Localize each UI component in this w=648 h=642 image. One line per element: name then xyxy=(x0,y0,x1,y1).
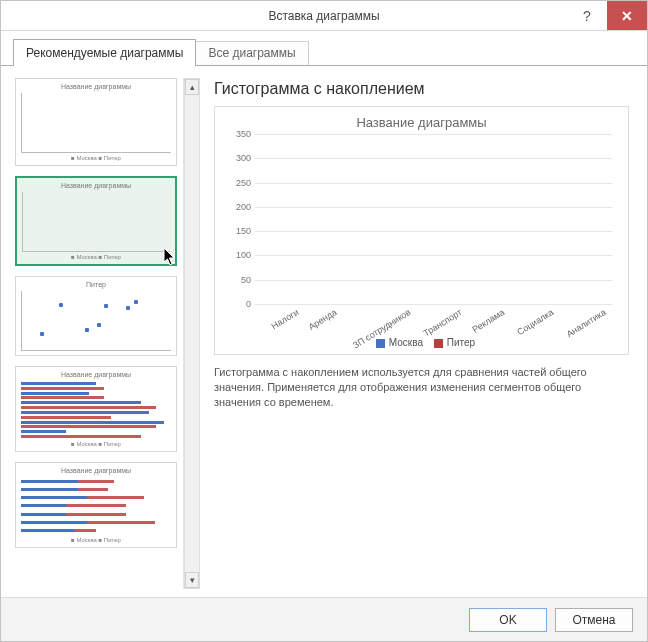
scroll-down-icon[interactable]: ▾ xyxy=(185,572,199,588)
close-icon[interactable]: ✕ xyxy=(607,1,647,30)
dialog-footer: OK Отмена xyxy=(1,597,647,641)
window-controls: ? ✕ xyxy=(567,1,647,30)
thumb-legend: ■ Москва ■ Питер xyxy=(21,441,171,447)
thumbnail-scrollbar[interactable]: ▴ ▾ xyxy=(184,78,200,589)
chart-preview[interactable]: Название диаграммы 050100150200250300350… xyxy=(214,106,629,355)
chart-type-heading: Гистограмма с накоплением xyxy=(214,80,629,98)
titlebar: Вставка диаграммы ? ✕ xyxy=(1,1,647,31)
thumb-scatter[interactable]: Питер xyxy=(15,276,177,356)
thumb-plot xyxy=(22,192,170,252)
ok-button[interactable]: OK xyxy=(469,608,547,632)
insert-chart-dialog: Вставка диаграммы ? ✕ Рекомендуемые диаг… xyxy=(0,0,648,642)
thumb-legend: ■ Москва ■ Питер xyxy=(21,155,171,161)
thumb-legend: ■ Москва ■ Питер xyxy=(22,254,170,260)
thumb-clustered-column[interactable]: Название диаграммы ■ Москва ■ Питер xyxy=(15,78,177,166)
thumb-legend: ■ Москва ■ Питер xyxy=(21,537,171,543)
thumb-stacked-column[interactable]: Название диаграммы ■ Москва ■ Питер xyxy=(15,176,177,266)
thumb-title: Название диаграммы xyxy=(21,467,171,474)
thumb-plot xyxy=(21,381,171,439)
window-title: Вставка диаграммы xyxy=(1,9,647,23)
thumb-title: Название диаграммы xyxy=(21,371,171,378)
chart-thumbnail-list[interactable]: Название диаграммы ■ Москва ■ Питер xyxy=(15,78,184,589)
thumb-title: Название диаграммы xyxy=(22,182,170,189)
scroll-up-icon[interactable]: ▴ xyxy=(185,79,199,95)
thumb-plot xyxy=(21,291,171,351)
thumb-title: Название диаграммы xyxy=(21,83,171,90)
help-icon[interactable]: ? xyxy=(567,1,607,30)
tab-all[interactable]: Все диаграммы xyxy=(195,41,308,66)
chart-title: Название диаграммы xyxy=(225,115,618,130)
dialog-body: Название диаграммы ■ Москва ■ Питер xyxy=(1,66,647,597)
chart-plot-area: 050100150200250300350 xyxy=(255,134,612,304)
chart-thumbnails-panel: Название диаграммы ■ Москва ■ Питер xyxy=(15,78,200,589)
cancel-button[interactable]: Отмена xyxy=(555,608,633,632)
chart-description: Гистограмма с накоплением используется д… xyxy=(214,365,629,410)
thumb-stacked-bar[interactable]: Название диаграммы ■ Москва ■ Питер xyxy=(15,462,177,548)
chart-x-labels: НалогиАрендаЗП сотрудниковТранспортРекла… xyxy=(255,304,612,337)
thumb-plot xyxy=(21,477,171,535)
tab-recommended[interactable]: Рекомендуемые диаграммы xyxy=(13,39,196,66)
tabstrip: Рекомендуемые диаграммы Все диаграммы xyxy=(13,31,647,66)
thumb-clustered-bar[interactable]: Название диаграммы ■ Москва ■ Питер xyxy=(15,366,177,452)
cursor-icon xyxy=(163,248,177,266)
thumb-plot xyxy=(21,93,171,153)
thumb-title: Питер xyxy=(21,281,171,288)
chart-preview-panel: Гистограмма с накоплением Название диагр… xyxy=(200,78,633,589)
